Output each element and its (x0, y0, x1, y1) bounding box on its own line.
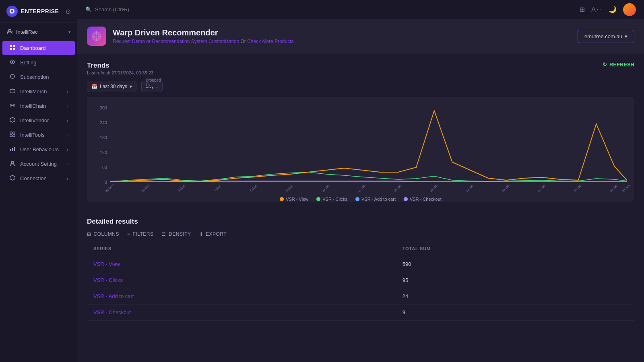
refresh-button[interactable]: ↻ REFRESH (603, 62, 634, 68)
table-body: VSR - View590VSR - Clicks95VSR - Add to … (87, 256, 634, 321)
header-row: SERIES TOTAL SUM (87, 241, 634, 256)
user-behaviours-nav-icon (9, 146, 16, 153)
svg-text:30-Dec: 30-Dec (140, 183, 150, 192)
svg-rect-18 (10, 135, 12, 137)
topbar: 🔍 ⊞ A↔ 🌙 (77, 0, 644, 19)
svg-rect-19 (13, 135, 15, 137)
domain-button[interactable]: emutree.com.au ▾ (578, 30, 634, 43)
sidebar-item-intellimerch[interactable]: IntelliMerch› (2, 84, 75, 99)
legend-clicks-dot (316, 197, 320, 201)
svg-text:10-Jan: 10-Jan (321, 183, 330, 192)
avatar[interactable] (623, 3, 636, 16)
intellichain-chevron-icon: › (67, 104, 68, 109)
legend-checkout: VSR - Checkout (404, 197, 442, 202)
svg-rect-8 (13, 48, 15, 50)
intellichain-nav-icon (9, 103, 16, 109)
filters-icon: ≡ (127, 231, 130, 237)
account-setting-chevron-icon: › (67, 162, 68, 167)
density-button[interactable]: ☰ DENSITY (161, 231, 191, 237)
target-icon[interactable]: ⊙ (66, 8, 71, 15)
svg-text:6-Jan: 6-Jan (250, 184, 258, 192)
sidebar-item-subscription[interactable]: Subscription (2, 70, 75, 84)
intellitools-chevron-icon: › (67, 133, 68, 138)
search-icon: 🔍 (85, 6, 92, 12)
svg-text:0: 0 (105, 180, 107, 185)
export-button[interactable]: ⬆ EXPORT (199, 231, 227, 237)
trends-chart: 300 240 180 120 60 0 28-Dec 30-Dec 1-Jan… (91, 104, 631, 192)
sidebar-org[interactable]: IntelliRec ▾ (0, 25, 77, 38)
data-table: SERIES TOTAL SUM VSR - View590VSR - Clic… (87, 241, 634, 321)
svg-rect-17 (13, 132, 15, 134)
subscription-nav-label: Subscription (20, 74, 68, 80)
svg-text:26-Jan: 26-Jan (609, 183, 618, 192)
svg-text:180: 180 (100, 135, 107, 140)
plugin-info: Warp Driven Recommender Request Demo or … (113, 28, 294, 44)
connection-chevron-icon: › (67, 176, 68, 181)
sidebar-item-setting[interactable]: Setting (2, 56, 75, 70)
sidebar-header: ENTERPRISE ⊙ (0, 0, 77, 23)
trends-header-left: Trends Last refresh 27/01/2024, 00:35:23 (87, 62, 153, 81)
dropdown-arrow-icon: ▾ (625, 33, 627, 39)
sidebar: ENTERPRISE ⊙ IntelliRec ▾ DashboardSetti… (0, 0, 77, 362)
series-link-1[interactable]: VSR - Clicks (93, 277, 123, 283)
intellimerch-nav-icon (9, 88, 16, 95)
sidebar-item-user-behaviours[interactable]: User Behaviours› (2, 142, 75, 156)
sidebar-item-intellichain[interactable]: IntelliChain› (2, 99, 75, 113)
date-range-dropdown[interactable]: 📅 Last 30 days ▾ (87, 81, 136, 92)
svg-rect-21 (12, 148, 13, 151)
series-link-3[interactable]: VSR - Checkout (93, 309, 131, 315)
filters-button[interactable]: ≡ FILTERS (127, 231, 153, 237)
translate-icon[interactable]: A↔ (591, 6, 602, 13)
user-behaviours-chevron-icon: › (67, 147, 68, 152)
sidebar-item-account-setting[interactable]: Account Setting› (2, 157, 75, 171)
grouped-by-dropdown[interactable]: grouped by day ▾ (141, 81, 163, 92)
svg-text:1-Jan: 1-Jan (178, 184, 186, 192)
svg-text:20-Jan: 20-Jan (501, 183, 510, 192)
export-icon: ⬆ (199, 231, 204, 237)
filters-label: FILTERS (133, 231, 154, 237)
total-sum-cell-3: 9 (396, 304, 634, 321)
account-setting-nav-label: Account Setting (20, 161, 63, 167)
brand-logo-icon (6, 6, 18, 17)
table-row: VSR - Checkout9 (87, 304, 634, 321)
sidebar-item-connection[interactable]: Connection› (2, 171, 75, 185)
warp-icon (91, 31, 102, 42)
plugin-title: Warp Driven Recommender (113, 28, 294, 37)
plugin-icon (87, 27, 106, 46)
search-input[interactable] (95, 6, 175, 12)
user-behaviours-nav-label: User Behaviours (20, 146, 63, 152)
svg-text:16-Jan: 16-Jan (429, 183, 438, 192)
trends-controls: 📅 Last 30 days ▾ grouped by day ▾ (87, 81, 634, 92)
search-bar[interactable]: 🔍 (85, 6, 573, 12)
grid-icon[interactable]: ⊞ (580, 6, 585, 13)
series-cell-3: VSR - Checkout (87, 304, 396, 321)
chart-container: 300 240 180 120 60 0 28-Dec 30-Dec 1-Jan… (87, 97, 634, 202)
svg-text:8-Jan: 8-Jan (285, 184, 293, 192)
demo-link[interactable]: Request Demo or Recommendation System Cu… (113, 39, 239, 44)
dashboard-nav-icon (9, 45, 16, 51)
grouped-by-label-small: grouped by (145, 78, 162, 87)
svg-rect-22 (14, 147, 15, 151)
sidebar-item-intellitools[interactable]: IntelliTools› (2, 128, 75, 142)
intellichain-nav-label: IntelliChain (20, 103, 63, 109)
sidebar-org-section: IntelliRec ▾ (0, 23, 77, 41)
table-toolbar: ⊟ COLUMNS ≡ FILTERS ☰ DENSITY ⬆ EXPORT (87, 231, 634, 241)
svg-text:60: 60 (102, 165, 107, 170)
setting-nav-icon (9, 59, 16, 66)
sidebar-item-intellivendor[interactable]: IntelliVendor› (2, 113, 75, 128)
table-row: VSR - View590 (87, 256, 634, 272)
svg-point-13 (10, 105, 12, 106)
setting-nav-label: Setting (20, 60, 68, 66)
svg-rect-6 (13, 45, 15, 47)
columns-button[interactable]: ⊟ COLUMNS (87, 231, 119, 237)
sidebar-item-dashboard[interactable]: Dashboard (2, 41, 75, 55)
columns-label: COLUMNS (94, 231, 120, 237)
svg-rect-7 (10, 48, 12, 50)
svg-text:24-Jan: 24-Jan (573, 183, 582, 192)
products-link[interactable]: Check More Products (247, 39, 293, 44)
table-header: SERIES TOTAL SUM (87, 241, 634, 256)
series-link-2[interactable]: VSR - Add to cart (93, 293, 134, 299)
svg-text:4-Jan: 4-Jan (213, 184, 221, 192)
series-link-0[interactable]: VSR - View (93, 261, 120, 267)
moon-icon[interactable]: 🌙 (609, 6, 617, 13)
